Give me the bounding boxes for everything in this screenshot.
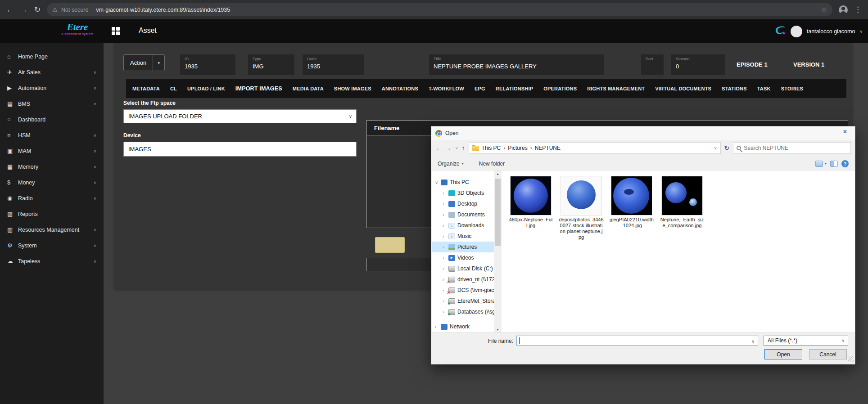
tree-item-eteremet-storage[interactable]: ›EtereMet_Storag... xyxy=(432,296,494,306)
chevron-right-icon[interactable]: › xyxy=(443,212,446,217)
tab-operations[interactable]: OPERATIONS xyxy=(543,86,577,91)
apps-grid-icon[interactable] xyxy=(112,27,121,36)
avatar[interactable] xyxy=(791,26,802,37)
sidebar-item-bms[interactable]: ▤BMS∨ xyxy=(0,96,104,112)
breadcrumb[interactable]: This PC › Pictures › NEPTUNE ∨ xyxy=(469,142,721,154)
menu-dots-icon[interactable]: ⋮ xyxy=(854,6,862,13)
open-button[interactable]: Open xyxy=(764,349,802,359)
file-item-4[interactable]: Neptune,_Earth_size_comparison.jpg xyxy=(660,176,705,229)
tree-item-music[interactable]: ›♪Music xyxy=(432,231,494,242)
change-view-button[interactable]: ▾ xyxy=(815,161,827,167)
ftp-space-select[interactable]: IMAGES UPLOAD FOLDER ∨ xyxy=(123,109,357,123)
back-icon[interactable]: ← xyxy=(6,6,14,13)
close-icon[interactable]: × xyxy=(839,128,851,136)
tab-annotations[interactable]: ANNOTATIONS xyxy=(382,86,418,91)
tree-item-downloads[interactable]: ›↓Downloads xyxy=(432,220,494,231)
tree-item-videos[interactable]: ›▶Videos xyxy=(432,252,494,263)
help-icon[interactable]: ? xyxy=(841,160,849,167)
chevron-right-icon[interactable]: › xyxy=(443,191,446,196)
chevron-right-icon[interactable]: › xyxy=(443,223,446,228)
tab-import-images[interactable]: IMPORT IMAGES xyxy=(235,85,282,92)
file-type-select[interactable]: All Files (*.*) ∨ xyxy=(764,336,848,346)
tree-item-databases[interactable]: ›Databases (\\sgs... xyxy=(432,306,494,317)
nav-forward-icon[interactable]: → xyxy=(445,144,452,152)
chevron-right-icon[interactable]: › xyxy=(443,277,446,282)
scrollbar-thumb[interactable] xyxy=(495,179,501,246)
sidebar-item-hsm[interactable]: ≡HSM∨ xyxy=(0,127,104,143)
chevron-right-icon[interactable]: › xyxy=(443,310,446,314)
nav-up-icon[interactable]: ↑ xyxy=(462,144,465,152)
sidebar-item-automation[interactable]: ▶Automation∨ xyxy=(0,80,104,96)
chevron-right-icon[interactable]: › xyxy=(443,299,446,304)
user-menu[interactable]: tantalocco giacomo xyxy=(807,28,855,35)
preview-pane-icon[interactable] xyxy=(830,161,838,167)
tab-cl[interactable]: CL xyxy=(170,86,177,91)
sidebar-item-air-sales[interactable]: ✈Air Sales∨ xyxy=(0,64,104,80)
tab-stations[interactable]: STATIONS xyxy=(722,86,747,91)
tab-virtual-documents[interactable]: VIRTUAL DOCUMENTS xyxy=(655,86,711,91)
chevron-right-icon[interactable]: › xyxy=(443,245,446,250)
tree-item-this-pc[interactable]: ∨This PC xyxy=(432,177,494,188)
sidebar-item-dashboard[interactable]: ○Dashboard xyxy=(0,112,104,127)
breadcrumb-this-pc[interactable]: This PC xyxy=(482,145,501,151)
tab-stories[interactable]: STORIES xyxy=(781,86,804,91)
tab-metadata[interactable]: METADATA xyxy=(132,86,160,91)
refresh-icon[interactable]: ↻ xyxy=(34,6,41,13)
tree-item-network[interactable]: ›Network xyxy=(432,321,494,332)
upload-action-button[interactable] xyxy=(375,237,405,253)
file-name-input[interactable]: ∨ xyxy=(516,336,758,346)
tree-item-pictures[interactable]: ›Pictures xyxy=(432,242,494,252)
breadcrumb-pictures[interactable]: Pictures xyxy=(508,145,527,151)
file-item-2[interactable]: depositphotos_34460027-stock-illustratio… xyxy=(559,176,604,240)
breadcrumb-neptune[interactable]: NEPTUNE xyxy=(535,145,561,151)
tree-item-local-disk-c[interactable]: ›Local Disk (C:) xyxy=(432,263,494,274)
sidebar-item-tapeless[interactable]: ☁Tapeless∨ xyxy=(0,253,104,269)
organize-menu[interactable]: Organize ▾ xyxy=(438,161,464,167)
tree-item-dcs[interactable]: ›DCS (\\vm-giaco... xyxy=(432,285,494,296)
tree-item-desktop[interactable]: ›Desktop xyxy=(432,198,494,209)
chevron-right-icon[interactable]: › xyxy=(443,256,446,260)
tab-show-images[interactable]: SHOW IMAGES xyxy=(334,86,371,91)
search-input[interactable] xyxy=(744,145,847,151)
file-item-3[interactable]: jpegPIA02210.width-1024.jpg xyxy=(609,176,654,229)
scroll-up-icon[interactable]: ▲ xyxy=(496,171,499,177)
chevron-right-icon[interactable]: › xyxy=(443,202,446,206)
bookmark-star-icon[interactable]: ☆ xyxy=(821,6,827,14)
sidebar-item-system[interactable]: ⚙System∨ xyxy=(0,238,104,253)
tree-item-documents[interactable]: ›Documents xyxy=(432,209,494,220)
cancel-button[interactable]: Cancel xyxy=(809,349,847,359)
tab-epg[interactable]: EPG xyxy=(475,86,485,91)
tab-upload-link[interactable]: UPLOAD / LINK xyxy=(187,86,225,91)
dropdown-arrow-icon[interactable]: ∨ xyxy=(751,339,755,344)
forward-icon[interactable]: → xyxy=(20,6,28,13)
tab-media-data[interactable]: MEDIA DATA xyxy=(293,86,324,91)
resize-grip[interactable] xyxy=(848,356,854,362)
tab-rights-management[interactable]: RIGHTS MANAGEMENT xyxy=(587,86,645,91)
breadcrumb-dropdown-icon[interactable]: ∨ xyxy=(714,146,717,150)
device-input[interactable] xyxy=(123,142,357,157)
chevron-right-icon[interactable]: › xyxy=(443,288,446,293)
profile-icon[interactable] xyxy=(839,5,848,14)
action-button[interactable]: Action ▾ xyxy=(123,54,165,71)
file-item-1[interactable]: 480px-Neptune_Full.jpg xyxy=(508,176,553,229)
chevron-right-icon[interactable]: › xyxy=(435,324,439,329)
tree-item-driveo-nt[interactable]: ›driveo_nt (\\172... xyxy=(432,274,494,285)
dialog-titlebar[interactable]: Open xyxy=(431,126,855,140)
chevron-right-icon[interactable]: › xyxy=(443,234,446,239)
chevron-right-icon[interactable]: › xyxy=(443,266,446,271)
new-folder-button[interactable]: New folder xyxy=(479,161,505,167)
sidebar-item-home-page[interactable]: ⌂Home Page xyxy=(0,49,104,64)
tab-t-workflow[interactable]: T-WORKFLOW xyxy=(429,86,464,91)
sidebar-item-resources-management[interactable]: ▥Resources Management∨ xyxy=(0,222,104,238)
address-bar[interactable]: ⚠ Not secure vm-giacomot-w10.italy.etere… xyxy=(47,3,832,16)
tab-task[interactable]: TASK xyxy=(757,86,771,91)
chevron-down-icon[interactable]: ∨ xyxy=(435,180,439,185)
sidebar-item-memory[interactable]: ▦Memory∨ xyxy=(0,159,104,175)
sidebar-item-radio[interactable]: ◉Radio∨ xyxy=(0,190,104,206)
nav-history-chevron-icon[interactable]: ∨ xyxy=(455,146,458,150)
sidebar-item-reports[interactable]: ▨Reports xyxy=(0,206,104,222)
scroll-down-icon[interactable]: ▼ xyxy=(496,326,499,332)
dropdown-arrow-icon[interactable]: ▾ xyxy=(153,55,164,71)
refresh-icon[interactable]: ↻ xyxy=(724,144,730,152)
tab-relationship[interactable]: RELATIONSHIP xyxy=(496,86,533,91)
